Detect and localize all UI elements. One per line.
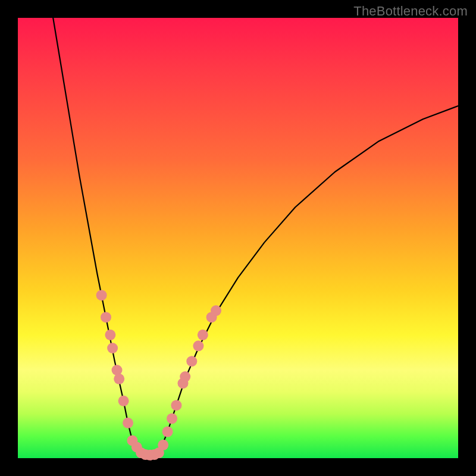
data-dot — [211, 305, 221, 316]
data-dot — [118, 396, 129, 406]
data-dot — [186, 356, 197, 367]
data-dot — [101, 312, 111, 322]
data-dot — [193, 340, 203, 351]
chart-frame: TheBottleneck.com — [0, 0, 476, 476]
data-dot — [114, 374, 124, 384]
data-dot — [180, 371, 190, 382]
data-dot — [171, 400, 181, 411]
data-dot — [123, 418, 133, 428]
plot-area — [18, 18, 458, 458]
curve-layer — [18, 18, 458, 458]
data-dot — [96, 290, 107, 300]
data-dot — [167, 413, 177, 424]
watermark-label: TheBottleneck.com — [353, 4, 468, 19]
data-dot — [107, 343, 118, 353]
data-dots — [96, 290, 221, 461]
data-dot — [198, 330, 208, 340]
data-dot — [158, 440, 168, 450]
data-dot — [162, 427, 173, 437]
data-dot — [105, 330, 115, 340]
bottleneck-curve — [53, 18, 458, 456]
